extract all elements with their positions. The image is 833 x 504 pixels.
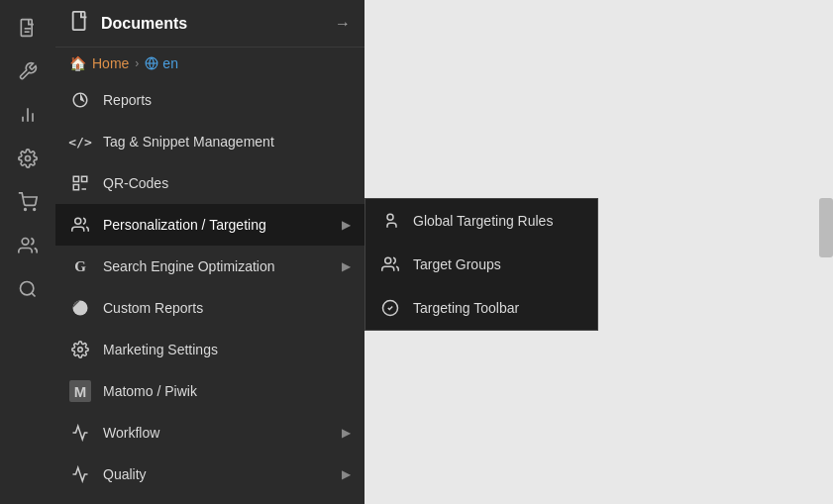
workflow-label: Workflow — [103, 425, 330, 441]
seo-icon: G — [69, 255, 91, 277]
personalization-submenu: Global Targeting Rules Target Groups Tar… — [364, 198, 598, 331]
menu-item-reports[interactable]: Reports — [55, 79, 364, 121]
qr-codes-label: QR-Codes — [103, 175, 351, 191]
menu-header: Documents → — [55, 0, 364, 48]
breadcrumb-home-link[interactable]: Home — [92, 55, 129, 71]
svg-point-6 — [26, 156, 31, 161]
sidebar-cart-icon[interactable] — [8, 182, 48, 222]
svg-rect-15 — [73, 176, 78, 181]
menu-item-custom-reports[interactable]: Custom Reports — [55, 287, 364, 329]
menu-item-personalization[interactable]: Personalization / Targeting ▶ — [55, 204, 364, 246]
breadcrumb-separator: › — [135, 56, 139, 70]
sidebar-users-icon[interactable] — [8, 226, 48, 265]
svg-point-8 — [34, 209, 36, 211]
matomo-label: Matomo / Piwik — [103, 383, 351, 399]
quality-label: Quality — [103, 466, 330, 482]
svg-point-28 — [385, 257, 391, 263]
svg-line-11 — [32, 293, 36, 297]
seo-arrow: ▶ — [342, 259, 351, 273]
scroll-handle[interactable] — [819, 198, 833, 257]
quality-arrow: ▶ — [342, 467, 351, 481]
breadcrumb: 🏠 Home › en — [55, 48, 364, 79]
sidebar-chart-icon[interactable] — [8, 95, 48, 135]
menu-item-marketing-settings[interactable]: Marketing Settings — [55, 329, 364, 370]
menu-header-arrow[interactable]: → — [335, 15, 351, 33]
reports-label: Reports — [103, 92, 351, 108]
global-targeting-label: Global Targeting Rules — [413, 213, 553, 229]
tag-snippet-icon: </> — [69, 131, 91, 152]
menu-header-doc-icon — [69, 10, 91, 37]
menu-item-quality[interactable]: Quality ▶ — [55, 454, 364, 495]
menu-item-tag-snippet[interactable]: </> Tag & Snippet Management — [55, 121, 364, 162]
main-menu: Documents → 🏠 Home › en Reports </> Tag … — [55, 0, 364, 504]
sidebar-gear-icon[interactable] — [8, 139, 48, 178]
menu-title: Documents — [101, 15, 325, 33]
targeting-toolbar-icon — [379, 297, 401, 319]
marketing-settings-label: Marketing Settings — [103, 342, 351, 357]
menu-items-list: Reports </> Tag & Snippet Management QR-… — [55, 79, 364, 504]
quality-icon — [69, 463, 91, 485]
personalization-label: Personalization / Targeting — [103, 217, 330, 233]
target-groups-icon — [379, 253, 401, 275]
workflow-icon — [69, 422, 91, 444]
targeting-toolbar-label: Targeting Toolbar — [413, 300, 519, 316]
matomo-icon: M — [69, 380, 91, 402]
custom-reports-icon — [69, 297, 91, 319]
svg-point-9 — [22, 239, 29, 246]
sidebar-wrench-icon[interactable] — [8, 51, 48, 91]
reports-icon — [69, 89, 91, 111]
menu-item-qr-codes[interactable]: QR-Codes — [55, 162, 364, 204]
menu-item-matomo[interactable]: M Matomo / Piwik — [55, 370, 364, 412]
icon-sidebar — [0, 0, 55, 504]
submenu-item-targeting-toolbar[interactable]: Targeting Toolbar — [365, 286, 597, 330]
sidebar-search-icon[interactable] — [8, 269, 48, 309]
personalization-icon — [69, 214, 91, 236]
svg-point-24 — [75, 218, 81, 224]
svg-rect-16 — [82, 176, 87, 181]
submenu-item-global-targeting[interactable]: Global Targeting Rules — [365, 199, 597, 243]
breadcrumb-en-label: en — [162, 55, 178, 71]
breadcrumb-home-icon: 🏠 — [69, 55, 86, 71]
svg-point-27 — [387, 214, 393, 220]
workflow-arrow: ▶ — [342, 426, 351, 440]
svg-point-7 — [25, 209, 27, 211]
menu-item-seo[interactable]: G Search Engine Optimization ▶ — [55, 246, 364, 287]
svg-point-10 — [21, 282, 34, 295]
marketing-settings-icon — [69, 339, 91, 360]
breadcrumb-en-link[interactable]: en — [145, 55, 178, 71]
qr-codes-icon — [69, 172, 91, 194]
svg-rect-17 — [73, 185, 78, 190]
target-groups-label: Target Groups — [413, 256, 501, 272]
menu-item-workflow[interactable]: Workflow ▶ — [55, 412, 364, 454]
svg-rect-12 — [73, 12, 85, 30]
seo-label: Search Engine Optimization — [103, 258, 330, 274]
personalization-arrow: ▶ — [342, 218, 351, 232]
submenu-item-target-groups[interactable]: Target Groups — [365, 243, 597, 286]
sidebar-document-icon[interactable] — [8, 8, 48, 48]
svg-point-26 — [78, 348, 83, 353]
global-targeting-icon — [379, 210, 401, 232]
tag-snippet-label: Tag & Snippet Management — [103, 134, 351, 150]
custom-reports-label: Custom Reports — [103, 300, 351, 316]
